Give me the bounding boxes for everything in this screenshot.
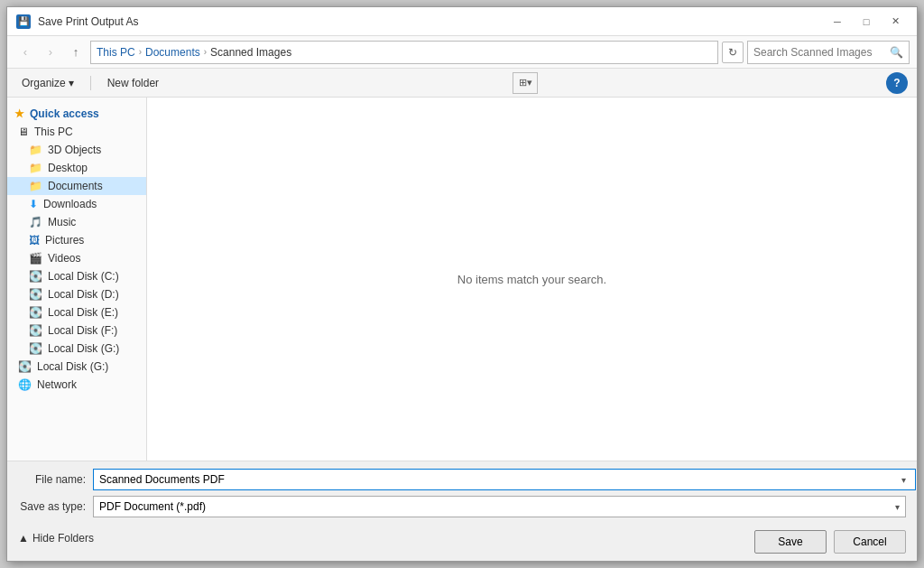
breadcrumb-documents[interactable]: Documents [145,46,200,59]
address-bar: ‹ › ↑ This PC › Documents › Scanned Imag… [7,36,917,69]
organize-label: Organize [22,77,66,89]
pictures-label: Pictures [45,234,84,247]
main-content: ★ Quick access 🖥 This PC 📁 3D Objects 📁 … [7,98,917,461]
documents-label: Documents [48,180,103,192]
new-folder-button[interactable]: New folder [102,75,164,91]
file-area: No items match your search. [147,98,917,461]
action-buttons: Save Cancel [754,530,906,554]
save-as-type-row: Save as type: PDF Document (*.pdf) ▾ [18,496,906,517]
sidebar-item-local-disk-g2[interactable]: 💽 Local Disk (G:) [7,358,146,376]
local-disk-f-label: Local Disk (F:) [48,324,117,337]
drive-d-icon: 💽 [29,288,42,301]
help-button[interactable]: ? [886,72,908,94]
folder-documents-icon: 📁 [29,180,42,192]
drive-g2-icon: 💽 [18,360,32,373]
breadcrumb-current: Scanned Images [210,46,291,59]
sidebar-item-pictures[interactable]: 🖼 Pictures [7,231,146,249]
pc-icon: 🖥 [18,126,29,138]
drive-c-icon: 💽 [29,270,42,283]
breadcrumb-sep-2: › [204,47,207,57]
pictures-icon: 🖼 [29,234,40,247]
local-disk-c-label: Local Disk (C:) [48,270,119,283]
star-icon: ★ [14,107,24,120]
title-controls: ─ □ ✕ [825,13,908,31]
empty-message: No items match your search. [457,273,606,286]
minimize-button[interactable]: ─ [825,13,850,31]
cancel-button-label: Cancel [853,535,886,548]
music-label: Music [48,216,76,228]
hide-folders-arrow: ▲ [18,532,29,545]
sidebar: ★ Quick access 🖥 This PC 📁 3D Objects 📁 … [7,98,147,461]
refresh-button[interactable]: ↻ [722,42,744,63]
3d-objects-label: 3D Objects [48,144,101,156]
cancel-button[interactable]: Cancel [834,530,906,554]
hide-folders-label: Hide Folders [32,532,94,545]
this-pc-label: This PC [34,126,73,138]
organize-button[interactable]: Organize ▾ [16,75,79,91]
toolbar: Organize ▾ New folder ⊞▾ ? [7,69,917,98]
sidebar-item-downloads[interactable]: ⬇ Downloads [7,195,146,213]
sidebar-item-local-disk-g[interactable]: 💽 Local Disk (G:) [7,340,146,358]
folder-3d-icon: 📁 [29,144,42,156]
local-disk-e-label: Local Disk (E:) [48,306,118,319]
sidebar-item-local-disk-e[interactable]: 💽 Local Disk (E:) [7,303,146,321]
quick-access-label: Quick access [30,107,99,120]
sidebar-item-videos[interactable]: 🎬 Videos [7,249,146,267]
save-as-type-value: PDF Document (*.pdf) [99,500,206,513]
hide-folders-toggle[interactable]: ▲ Hide Folders [18,528,94,548]
local-disk-g2-label: Local Disk (G:) [37,360,108,373]
videos-label: Videos [48,252,80,265]
sidebar-item-local-disk-f[interactable]: 💽 Local Disk (F:) [7,321,146,340]
bottom-area: File name: ▾ Save as type: PDF Document … [7,461,917,561]
save-button[interactable]: Save [754,530,827,554]
back-button[interactable]: ‹ [14,42,36,63]
view-options-button[interactable]: ⊞▾ [513,72,538,94]
local-disk-g-label: Local Disk (G:) [48,342,119,355]
drive-g-icon: 💽 [29,342,42,355]
maximize-button[interactable]: □ [854,13,879,31]
breadcrumb-bar: This PC › Documents › Scanned Images [90,41,718,64]
search-box: 🔍 [747,41,910,64]
sidebar-item-desktop[interactable]: 📁 Desktop [7,159,146,177]
new-folder-label: New folder [107,77,159,89]
downloads-label: Downloads [43,198,97,210]
file-name-input[interactable] [93,469,916,490]
network-label: Network [37,378,77,391]
music-icon: 🎵 [29,216,42,228]
title-bar: 💾 Save Print Output As ─ □ ✕ [7,7,917,36]
filename-row: File name: ▾ [18,469,906,490]
forward-button[interactable]: › [40,42,61,63]
breadcrumb-sep-1: › [139,47,142,57]
downloads-icon: ⬇ [29,198,38,210]
save-dialog: 💾 Save Print Output As ─ □ ✕ ‹ › ↑ This … [6,6,918,562]
bottom-actions-row: ▲ Hide Folders Save Cancel [18,523,906,554]
sidebar-quick-access: ★ Quick access [7,105,146,123]
up-button[interactable]: ↑ [65,42,87,63]
dialog-title: Save Print Output As [38,15,138,28]
save-as-type-label: Save as type: [18,500,86,513]
title-bar-left: 💾 Save Print Output As [16,14,138,29]
sidebar-item-this-pc[interactable]: 🖥 This PC [7,123,146,141]
folder-desktop-icon: 📁 [29,162,42,174]
sidebar-item-3d-objects[interactable]: 📁 3D Objects [7,141,146,159]
desktop-label: Desktop [48,162,88,174]
drive-e-icon: 💽 [29,306,42,319]
drive-f-icon: 💽 [29,324,42,337]
save-as-type-arrow: ▾ [895,502,900,512]
sidebar-item-music[interactable]: 🎵 Music [7,213,146,231]
sidebar-item-local-disk-c[interactable]: 💽 Local Disk (C:) [7,267,146,285]
network-icon: 🌐 [18,378,32,391]
dialog-icon: 💾 [16,14,31,29]
sidebar-item-network[interactable]: 🌐 Network [7,376,146,394]
sidebar-item-documents[interactable]: 📁 Documents [7,177,146,195]
search-input[interactable] [753,46,890,59]
sidebar-item-local-disk-d[interactable]: 💽 Local Disk (D:) [7,285,146,303]
organize-arrow: ▾ [69,77,74,89]
save-button-label: Save [778,535,802,548]
search-icon[interactable]: 🔍 [890,46,903,59]
toolbar-separator [90,76,91,90]
close-button[interactable]: ✕ [882,13,908,31]
breadcrumb-this-pc[interactable]: This PC [97,46,135,59]
save-as-type-dropdown[interactable]: PDF Document (*.pdf) ▾ [93,496,906,517]
videos-icon: 🎬 [29,252,42,265]
